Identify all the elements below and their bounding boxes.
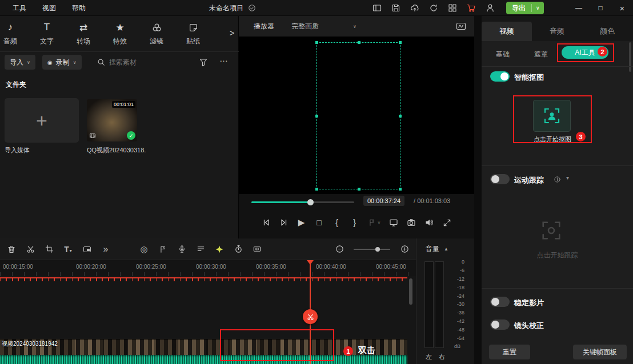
cart-icon[interactable]: [467, 3, 476, 13]
marker-flag-button[interactable]: ∨: [368, 217, 381, 228]
more-tools-chevrons-icon[interactable]: »: [101, 244, 110, 254]
preview-on-monitor-button[interactable]: [389, 217, 398, 228]
tab-color[interactable]: 颜色: [582, 22, 632, 41]
preview-viewport[interactable]: [239, 37, 474, 194]
tab-audio-props[interactable]: 音频: [532, 22, 582, 41]
tab-filters[interactable]: 滤镜: [138, 22, 175, 46]
zoom-slider-thumb[interactable]: [375, 247, 380, 252]
stop-button[interactable]: □: [315, 217, 324, 228]
mask-flag-icon[interactable]: [158, 244, 167, 254]
timeline-clip-label: 视频20240303181942: [2, 340, 58, 348]
playback-thumb[interactable]: [307, 199, 314, 205]
maximize-button[interactable]: □: [590, 0, 611, 16]
handle-bottom-center[interactable]: [358, 188, 360, 191]
menu-view[interactable]: 视图: [42, 0, 56, 16]
quality-dropdown[interactable]: 完整画质: [291, 22, 319, 31]
motion-tracking-toggle[interactable]: [490, 174, 510, 184]
tab-effects[interactable]: ★ 特效: [102, 22, 138, 46]
snapshot-camera-button[interactable]: [407, 217, 416, 228]
speaker-button[interactable]: [424, 217, 434, 228]
tab-video[interactable]: 视频: [482, 22, 532, 41]
user-icon[interactable]: [486, 3, 495, 13]
zoom-in-icon[interactable]: [400, 244, 409, 254]
fullscreen-button[interactable]: [442, 217, 451, 228]
tab-stickers[interactable]: 贴纸: [175, 22, 211, 46]
add-text-icon[interactable]: T▾: [63, 244, 73, 254]
mark-in-button[interactable]: {: [332, 217, 342, 228]
minimize-button[interactable]: —: [568, 0, 590, 16]
stabilize-toggle[interactable]: [490, 297, 510, 307]
info-icon[interactable]: [554, 176, 561, 183]
timeline-zoom-slider[interactable]: [354, 249, 390, 250]
menu-tools[interactable]: 工具: [13, 0, 26, 16]
panel-scrollbar[interactable]: [629, 42, 631, 72]
search-box[interactable]: [97, 55, 189, 70]
audio-waveform[interactable]: [0, 355, 407, 364]
motion-tracking-caret-icon[interactable]: ▾: [566, 175, 569, 181]
keyframe-icon[interactable]: ◎: [139, 244, 149, 254]
volume-dropdown[interactable]: 音量 ▲: [426, 244, 448, 254]
play-button[interactable]: ▶: [297, 217, 306, 228]
tab-transitions[interactable]: ⇄ 转场: [65, 22, 102, 46]
more-options-icon[interactable]: …: [219, 54, 229, 63]
timeline-ruler[interactable]: 00:00:15:00 00:00:20:00 00:00:25:00 00:0…: [0, 260, 416, 276]
subtab-basic[interactable]: 基础: [496, 50, 510, 59]
subtab-mask[interactable]: 遮罩: [534, 50, 548, 59]
handle-mid-left[interactable]: [315, 115, 318, 118]
ruler-time-label: 00:00:40:00: [316, 264, 346, 270]
expand-tabs-icon[interactable]: >: [230, 29, 234, 38]
crop-icon[interactable]: [45, 244, 54, 254]
handle-bottom-left[interactable]: [315, 188, 318, 191]
playback-slider[interactable]: [251, 201, 354, 203]
cut-scissors-badge[interactable]: [303, 309, 318, 324]
playback-progress: [251, 201, 311, 203]
tab-audio[interactable]: ♪ 音频: [0, 22, 29, 46]
handle-top-right[interactable]: [399, 41, 402, 44]
subtitle-list-icon[interactable]: [196, 244, 205, 254]
layout-icon[interactable]: [372, 3, 382, 13]
panel-divider: [0, 51, 239, 52]
speed-stopwatch-icon[interactable]: [234, 244, 243, 254]
save-icon[interactable]: [391, 3, 400, 13]
import-media-tile[interactable]: +: [5, 98, 79, 143]
reset-button[interactable]: 重置: [489, 345, 530, 359]
media-clip-thumbnail[interactable]: 00:01:01 ✓: [87, 99, 137, 141]
zoom-out-icon[interactable]: [335, 244, 344, 254]
lens-correction-toggle[interactable]: [490, 319, 510, 330]
selection-bounding-box[interactable]: [316, 42, 400, 189]
annotation-step-3-badge: 3: [576, 132, 586, 141]
split-scissors-icon[interactable]: [26, 244, 35, 254]
start-cutout-button[interactable]: [533, 100, 571, 132]
smart-cutout-toggle[interactable]: [490, 71, 510, 82]
search-input[interactable]: [109, 58, 178, 66]
record-button[interactable]: ◉ 录制 ∨: [42, 55, 82, 70]
previous-frame-button[interactable]: [262, 217, 271, 228]
timeline-tracks[interactable]: 视频20240303181942: [0, 276, 416, 364]
mark-out-button[interactable]: }: [350, 217, 359, 228]
fit-timeline-icon[interactable]: [253, 244, 262, 254]
delete-trash-icon[interactable]: [7, 244, 16, 254]
cloud-upload-icon[interactable]: [410, 3, 419, 13]
pip-icon[interactable]: [82, 244, 91, 254]
handle-top-left[interactable]: [315, 41, 318, 44]
export-button[interactable]: 导出 ∨: [506, 2, 544, 14]
ai-highlight-icon[interactable]: [215, 244, 224, 254]
handle-mid-right[interactable]: [399, 115, 402, 118]
keyframe-panel-button[interactable]: 关键帧面板: [573, 345, 627, 359]
grid-apps-icon[interactable]: [448, 3, 457, 13]
tracks-scrollbar[interactable]: [409, 278, 412, 305]
selected-range-marker: [0, 277, 407, 281]
handle-bottom-right[interactable]: [399, 188, 402, 191]
quality-chevron-down-icon[interactable]: ∨: [353, 24, 356, 29]
next-frame-button[interactable]: [279, 217, 289, 228]
voiceover-mic-icon[interactable]: [177, 244, 186, 254]
render-preview-icon[interactable]: [456, 22, 466, 31]
close-button[interactable]: ×: [611, 0, 633, 16]
panel-divider: [482, 288, 633, 289]
import-button[interactable]: 导入 ∨: [5, 55, 35, 70]
filter-funnel-icon[interactable]: [199, 58, 208, 67]
handle-top-center[interactable]: [358, 41, 360, 44]
sync-help-icon[interactable]: [429, 3, 438, 13]
tab-text[interactable]: T 文字: [29, 22, 65, 46]
menu-help[interactable]: 帮助: [72, 0, 86, 16]
